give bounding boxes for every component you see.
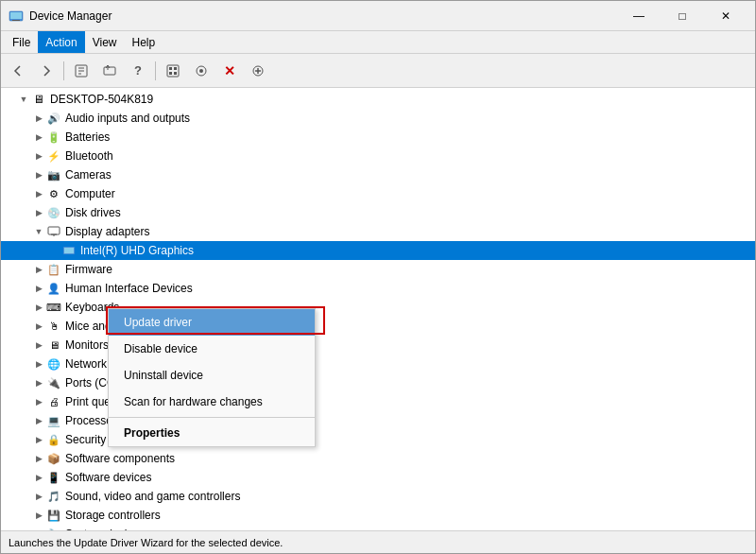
toggle[interactable]: ▶: [31, 394, 46, 409]
tree-item-batteries[interactable]: ▶ Batteries: [1, 128, 755, 147]
toggle[interactable]: ▶: [31, 508, 46, 523]
window-controls: — □ ✕: [617, 1, 747, 31]
uninstall-device-label: Uninstall device: [124, 369, 203, 382]
toggle[interactable]: ▼: [31, 224, 46, 239]
bluetooth-label: Bluetooth: [65, 149, 113, 163]
toolbar-back[interactable]: [5, 58, 31, 84]
print-icon: [46, 394, 61, 409]
toolbar-help[interactable]: ?: [125, 58, 151, 84]
properties-label: Properties: [124, 426, 180, 440]
toggle[interactable]: ▶: [31, 262, 46, 277]
display-icon: [46, 224, 61, 239]
toolbar: ? ✕: [1, 54, 755, 88]
tree-item-disk[interactable]: ▶ Disk drives: [1, 203, 755, 222]
system-icon: [46, 527, 61, 530]
svg-point-14: [199, 69, 203, 73]
tree-item-software-comp[interactable]: ▶ Software components: [1, 449, 755, 468]
toggle[interactable]: ▶: [31, 338, 46, 353]
toggle[interactable]: ▶: [31, 319, 46, 334]
title-bar: Device Manager — □ ✕: [1, 1, 755, 31]
software-dev-icon: [46, 470, 61, 485]
toggle[interactable]: ▶: [31, 300, 46, 315]
audio-icon: [46, 111, 61, 126]
context-menu-sep: [109, 417, 315, 418]
svg-rect-22: [64, 248, 74, 253]
monitors-label: Monitors: [65, 338, 109, 352]
toggle[interactable]: ▶: [31, 432, 46, 447]
minimize-button[interactable]: —: [617, 1, 661, 31]
context-menu-disable-device[interactable]: Disable device: [109, 336, 315, 362]
tree-item-hid[interactable]: ▶ Human Interface Devices: [1, 279, 755, 298]
root-label: DESKTOP-504K819: [50, 93, 153, 106]
menu-view[interactable]: View: [85, 31, 125, 53]
svg-rect-11: [169, 72, 172, 75]
toolbar-add[interactable]: [245, 58, 271, 84]
svg-rect-10: [174, 67, 177, 70]
storage-label: Storage controllers: [65, 509, 161, 522]
close-button[interactable]: ✕: [704, 1, 747, 31]
cameras-label: Cameras: [65, 168, 112, 182]
disable-device-label: Disable device: [124, 342, 198, 355]
tree-item-intel[interactable]: Intel(R) UHD Graphics: [1, 241, 755, 260]
processors-icon: [46, 413, 61, 428]
tree-item-software-dev[interactable]: ▶ Software devices: [1, 468, 755, 487]
toolbar-properties[interactable]: [68, 58, 94, 84]
toggle[interactable]: ▶: [31, 111, 46, 126]
tree-root[interactable]: ▼ DESKTOP-504K819: [1, 90, 755, 109]
toggle[interactable]: ▶: [31, 489, 46, 504]
tree-item-system[interactable]: ▶ System devices: [1, 525, 755, 530]
svg-rect-1: [10, 12, 22, 19]
menu-help[interactable]: Help: [125, 31, 163, 53]
display-label: Display adapters: [65, 225, 149, 238]
tree-item-display[interactable]: ▼ Display adapters: [1, 222, 755, 241]
toggle[interactable]: ▶: [31, 281, 46, 296]
toolbar-remove[interactable]: ✕: [216, 58, 243, 84]
root-toggle[interactable]: ▼: [16, 92, 31, 107]
toggle[interactable]: ▶: [31, 527, 46, 530]
tree-item-sound[interactable]: ▶ Sound, video and game controllers: [1, 487, 755, 506]
window-icon: [9, 9, 24, 24]
tree-item-cameras[interactable]: ▶ Cameras: [1, 165, 755, 184]
toggle[interactable]: ▶: [31, 186, 46, 201]
tree-item-storage[interactable]: ▶ Storage controllers: [1, 506, 755, 525]
maximize-button[interactable]: □: [661, 1, 704, 31]
status-text: Launches the Update Driver Wizard for th…: [9, 537, 283, 548]
context-menu-update-driver[interactable]: Update driver: [109, 309, 315, 336]
toggle[interactable]: ▶: [31, 375, 46, 390]
tree-item-firmware[interactable]: ▶ Firmware: [1, 260, 755, 279]
toggle[interactable]: ▶: [31, 356, 46, 372]
intel-label: Intel(R) UHD Graphics: [80, 244, 194, 257]
toggle[interactable]: ▶: [31, 470, 46, 485]
tree-item-computer[interactable]: ▶ Computer: [1, 184, 755, 203]
toggle[interactable]: ▶: [31, 413, 46, 428]
toolbar-forward[interactable]: [33, 58, 60, 84]
svg-rect-18: [48, 227, 60, 234]
battery-icon: [46, 130, 61, 145]
tree-item-audio[interactable]: ▶ Audio inputs and outputs: [1, 109, 755, 128]
toggle[interactable]: ▶: [31, 205, 46, 220]
svg-rect-2: [12, 20, 20, 21]
sound-label: Sound, video and game controllers: [65, 490, 240, 503]
toolbar-show-hidden[interactable]: [160, 58, 186, 84]
toolbar-scan[interactable]: [188, 58, 215, 84]
computer-label: Computer: [65, 187, 115, 200]
toolbar-update-driver[interactable]: [96, 58, 123, 84]
toggle[interactable]: ▶: [31, 451, 46, 466]
menu-file[interactable]: File: [5, 31, 38, 53]
toggle[interactable]: ▶: [31, 167, 46, 182]
toggle[interactable]: ▶: [31, 130, 46, 145]
menu-action[interactable]: Action: [38, 31, 84, 53]
main-content: ▼ DESKTOP-504K819 ▶ Audio inputs and out…: [1, 88, 755, 530]
menu-bar: File Action View Help: [1, 31, 755, 54]
toolbar-sep-1: [63, 61, 64, 80]
software-comp-icon: [46, 451, 61, 466]
window-title: Device Manager: [29, 9, 617, 23]
toggle[interactable]: ▶: [31, 148, 46, 164]
context-menu-scan-changes[interactable]: Scan for hardware changes: [109, 389, 315, 415]
software-comp-label: Software components: [65, 452, 175, 465]
tree-item-bluetooth[interactable]: ▶ ⚡ Bluetooth: [1, 147, 755, 165]
root-icon: [31, 92, 46, 107]
context-menu-properties[interactable]: Properties: [109, 420, 315, 446]
context-menu-uninstall-device[interactable]: Uninstall device: [109, 362, 315, 389]
monitors-icon: [46, 338, 61, 353]
